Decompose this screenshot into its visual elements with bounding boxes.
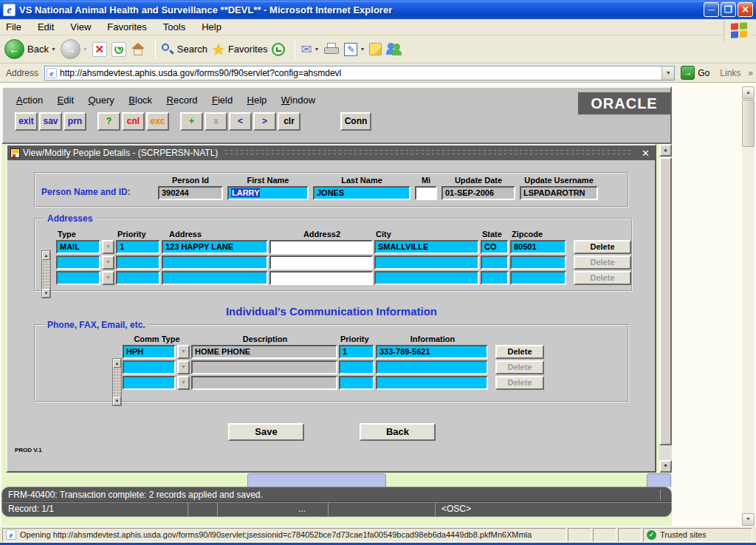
comm-type-dropdown-icon[interactable]: ▼ xyxy=(177,376,190,390)
stop-button[interactable]: ✕ xyxy=(92,42,107,57)
state-field[interactable]: CO xyxy=(481,240,509,254)
add-record-button[interactable]: + xyxy=(180,112,203,131)
last-name-field[interactable]: JONES xyxy=(313,186,410,200)
priority-field[interactable] xyxy=(116,271,160,285)
home-button[interactable] xyxy=(131,42,145,57)
city-field[interactable]: SMALLVILLE xyxy=(374,240,479,254)
edit-button[interactable]: ✎ ▼ xyxy=(344,43,365,56)
scroll-down-icon[interactable]: ▼ xyxy=(113,397,121,405)
favorites-button[interactable]: ★ Favorites xyxy=(212,43,267,56)
information-field[interactable] xyxy=(376,360,488,374)
scroll-thumb[interactable] xyxy=(742,100,755,147)
address-field[interactable]: 123 HAPPY LANE xyxy=(162,240,268,254)
save-button[interactable]: Save xyxy=(228,423,304,441)
information-field[interactable] xyxy=(376,376,488,390)
scroll-up-icon[interactable]: ▲ xyxy=(659,144,672,157)
previous-record-button[interactable]: < xyxy=(229,112,252,131)
browser-scrollbar[interactable]: ▲ ▼ xyxy=(742,86,755,526)
type-dropdown-icon[interactable]: ▼ xyxy=(102,271,114,285)
refresh-button[interactable] xyxy=(111,42,126,57)
addresses-scrollbar[interactable]: ▲ ▼ xyxy=(41,250,51,298)
mi-field[interactable] xyxy=(415,186,437,200)
address-field[interactable] xyxy=(162,256,268,270)
links-bar[interactable]: Links » xyxy=(720,68,753,78)
forms-menu-record[interactable]: Record xyxy=(167,95,198,106)
menu-file[interactable]: File xyxy=(6,21,21,32)
state-field[interactable] xyxy=(481,271,509,285)
back-button-form[interactable]: Back xyxy=(360,423,436,441)
type-field[interactable] xyxy=(56,271,100,285)
print-button[interactable] xyxy=(323,42,340,57)
comm-type-dropdown-icon[interactable]: ▼ xyxy=(177,345,190,359)
menu-help[interactable]: Help xyxy=(202,21,221,32)
state-field[interactable] xyxy=(481,256,509,270)
scroll-track[interactable] xyxy=(113,368,121,397)
communication-scrollbar[interactable]: ▲ ▼ xyxy=(112,358,122,406)
scroll-up-icon[interactable]: ▲ xyxy=(742,86,755,99)
information-field[interactable]: 333-789-5621 xyxy=(376,345,488,359)
mail-dropdown-icon[interactable]: ▼ xyxy=(314,47,319,52)
address-input[interactable] xyxy=(60,68,662,78)
city-field[interactable] xyxy=(374,256,479,270)
links-chevron-icon[interactable]: » xyxy=(748,68,753,78)
zipcode-field[interactable]: 80501 xyxy=(510,240,566,254)
edit-dropdown-icon[interactable]: ▼ xyxy=(360,47,365,52)
search-button[interactable]: Search xyxy=(161,43,207,56)
history-button[interactable] xyxy=(272,43,285,56)
notes-button[interactable] xyxy=(369,43,382,55)
forms-menu-help[interactable]: Help xyxy=(247,95,267,106)
type-dropdown-icon[interactable]: ▼ xyxy=(102,240,114,254)
messenger-button[interactable] xyxy=(386,42,402,57)
scroll-down-icon[interactable]: ▼ xyxy=(659,460,672,473)
save-record-button[interactable]: sav xyxy=(39,112,62,131)
delete-address-button[interactable]: Delete xyxy=(574,240,631,254)
type-dropdown-icon[interactable]: ▼ xyxy=(102,256,114,270)
zipcode-field[interactable] xyxy=(510,256,566,270)
next-record-button[interactable]: > xyxy=(253,112,276,131)
menu-tools[interactable]: Tools xyxy=(163,21,185,32)
comm-priority-field[interactable]: 1 xyxy=(339,345,374,359)
close-button[interactable]: ✕ xyxy=(738,2,753,17)
forms-menu-window[interactable]: Window xyxy=(281,95,315,106)
print-record-button[interactable]: prn xyxy=(63,112,86,131)
scroll-up-icon[interactable]: ▲ xyxy=(113,359,121,368)
back-dropdown-icon[interactable]: ▼ xyxy=(51,47,56,52)
priority-field[interactable]: 1 xyxy=(116,240,160,254)
scroll-thumb[interactable] xyxy=(659,157,672,445)
exit-button[interactable]: exit xyxy=(15,112,38,131)
address-field[interactable] xyxy=(162,271,268,285)
menu-view[interactable]: View xyxy=(70,21,91,32)
comm-type-dropdown-icon[interactable]: ▼ xyxy=(177,360,190,374)
comm-type-field[interactable] xyxy=(123,376,176,390)
address2-field[interactable] xyxy=(269,256,373,270)
back-button[interactable]: ← Back ▼ xyxy=(4,39,56,59)
applet-scrollbar[interactable]: ▲ ▼ xyxy=(659,144,672,473)
minimize-button[interactable]: ─ xyxy=(704,2,719,17)
mail-button[interactable]: ✉ ▼ xyxy=(300,43,319,56)
forms-menu-block[interactable]: Block xyxy=(128,95,152,106)
address2-field[interactable] xyxy=(269,271,373,285)
scroll-down-icon[interactable]: ▼ xyxy=(42,289,50,298)
priority-field[interactable] xyxy=(116,256,160,270)
remove-record-button[interactable]: x xyxy=(205,112,227,131)
type-field[interactable] xyxy=(56,256,100,270)
scroll-track[interactable] xyxy=(42,260,50,289)
menu-favorites[interactable]: Favorites xyxy=(107,21,146,32)
scroll-up-icon[interactable]: ▲ xyxy=(42,251,50,260)
forms-menu-edit[interactable]: Edit xyxy=(58,95,74,106)
forms-menu-action[interactable]: Action xyxy=(16,95,43,106)
type-field[interactable]: MAIL xyxy=(56,240,100,254)
address-dropdown-icon[interactable]: ▼ xyxy=(662,66,674,80)
help-button[interactable]: ? xyxy=(97,112,120,131)
go-button[interactable]: → Go xyxy=(681,66,709,80)
menu-edit[interactable]: Edit xyxy=(38,21,54,32)
forms-menu-field[interactable]: Field xyxy=(212,95,233,106)
city-field[interactable] xyxy=(374,271,479,285)
zipcode-field[interactable] xyxy=(510,271,566,285)
comm-priority-field[interactable] xyxy=(339,376,374,390)
scroll-down-icon[interactable]: ▼ xyxy=(742,513,755,526)
conn-button[interactable]: Conn xyxy=(340,112,371,131)
form-close-icon[interactable]: ✕ xyxy=(639,148,652,159)
forms-menu-query[interactable]: Query xyxy=(88,95,114,106)
comm-priority-field[interactable] xyxy=(339,360,374,374)
